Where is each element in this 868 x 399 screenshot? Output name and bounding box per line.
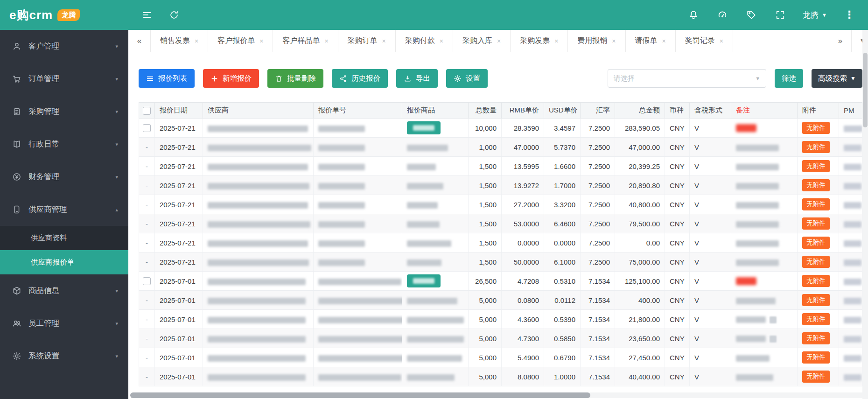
attachment-badge[interactable]: 无附件 xyxy=(802,351,830,364)
sidebar-toggle-icon[interactable] xyxy=(140,8,154,21)
tab[interactable]: 采购订单× xyxy=(338,30,396,52)
tabs-scroll-right-icon[interactable]: » xyxy=(829,30,851,52)
sidebar-item[interactable]: 采购管理▾ xyxy=(0,95,128,128)
tab[interactable]: 客户报价单× xyxy=(208,30,273,52)
tab-close-icon[interactable]: × xyxy=(259,37,263,45)
tab-close-icon[interactable]: × xyxy=(440,37,443,45)
vertical-scrollbar-thumb[interactable] xyxy=(863,53,868,127)
advanced-search-button[interactable]: 高级搜索 ▼ xyxy=(812,69,862,88)
tab-close-icon[interactable]: × xyxy=(497,37,501,45)
usd-price-cell: 0.5390 xyxy=(544,310,581,329)
select-all-checkbox[interactable] xyxy=(143,107,151,115)
tab-close-icon[interactable]: × xyxy=(554,37,558,45)
usd-price-cell: 5.7370 xyxy=(544,138,581,157)
supplier-cell xyxy=(203,329,314,348)
redacted-text xyxy=(318,259,365,266)
attachment-badge[interactable]: 无附件 xyxy=(802,237,830,249)
attachment-badge[interactable]: 无附件 xyxy=(802,122,830,134)
sidebar-item[interactable]: 员工管理▾ xyxy=(0,307,128,340)
rmb-price-cell: 0.0000 xyxy=(502,233,544,252)
user-menu[interactable]: 龙腾 ▼ xyxy=(803,10,827,21)
attachment-badge[interactable]: 无附件 xyxy=(802,332,830,344)
quote-number-cell xyxy=(314,176,402,195)
tax-form-cell: V xyxy=(690,252,731,272)
attachment-badge[interactable]: 无附件 xyxy=(802,294,830,306)
table-row: -2025-07-211,50050.00006.10007.250075,00… xyxy=(139,252,862,272)
attachment-badge[interactable]: 无附件 xyxy=(802,217,830,230)
tab[interactable]: 采购入库× xyxy=(453,30,511,52)
tab-close-icon[interactable]: × xyxy=(324,37,328,45)
horizontal-scrollbar-thumb[interactable] xyxy=(130,392,590,398)
sidebar-item[interactable]: 系统设置▾ xyxy=(0,340,128,372)
usd-price-cell: 1.6600 xyxy=(544,157,581,176)
attachment-badge[interactable]: 无附件 xyxy=(802,179,830,191)
note-file-icon xyxy=(770,336,777,343)
topbar-left xyxy=(128,0,181,30)
sidebar-submenu: 供应商资料供应商报价单 xyxy=(0,226,128,274)
more-menu-icon[interactable]: ⋮ xyxy=(843,8,856,21)
sidebar-item-label: 员工管理 xyxy=(28,318,59,329)
tab-close-icon[interactable]: × xyxy=(720,37,723,45)
row-select-cell: - xyxy=(139,214,155,233)
row-checkbox[interactable] xyxy=(143,124,151,132)
tab-close-icon[interactable]: × xyxy=(662,37,666,45)
attachment-badge[interactable]: 无附件 xyxy=(802,313,830,325)
exchange-rate-cell: 7.1534 xyxy=(581,291,615,310)
note-cell xyxy=(731,157,798,176)
vertical-scrollbar[interactable] xyxy=(862,30,868,399)
tab[interactable]: 采购发票× xyxy=(511,30,568,52)
tab[interactable]: 请假单× xyxy=(626,30,676,52)
usd-price-cell: 3.3200 xyxy=(544,195,581,214)
attachment-badge[interactable]: 无附件 xyxy=(802,198,830,210)
refresh-icon[interactable] xyxy=(168,8,181,21)
horizontal-scrollbar[interactable] xyxy=(130,392,868,398)
logo-text: e购crm xyxy=(9,7,53,23)
toolbar-button[interactable]: 设置 xyxy=(446,69,488,88)
total-amount-cell: 40,800.00 xyxy=(615,195,665,214)
logo-badge: 龙腾 xyxy=(57,9,80,21)
attachment-badge[interactable]: 无附件 xyxy=(802,371,830,383)
toolbar-button[interactable]: 新增报价 xyxy=(203,69,259,88)
quote-date-cell: 2025-07-21 xyxy=(155,119,203,138)
tabs-scroll-left-icon[interactable]: « xyxy=(128,30,151,52)
tab[interactable]: 销售发票× xyxy=(151,30,208,52)
quote-date-cell: 2025-07-01 xyxy=(155,272,203,291)
tab[interactable]: 奖罚记录× xyxy=(676,30,733,52)
toolbar-button[interactable]: 批量删除 xyxy=(267,69,323,88)
toolbar-button[interactable]: 报价列表 xyxy=(139,69,195,88)
row-select-cell: - xyxy=(139,176,155,195)
tab-close-icon[interactable]: × xyxy=(612,37,616,45)
sidebar-subitem[interactable]: 供应商报价单 xyxy=(0,250,128,274)
tab[interactable]: 费用报销× xyxy=(568,30,625,52)
tab-close-icon[interactable]: × xyxy=(195,37,198,45)
sidebar-item[interactable]: 订单管理▾ xyxy=(0,63,128,95)
dashboard-gauge-icon[interactable] xyxy=(716,8,729,21)
filter-button[interactable]: 筛选 xyxy=(775,69,803,88)
tag-icon[interactable] xyxy=(745,8,758,21)
sidebar-item[interactable]: 财务管理▾ xyxy=(0,161,128,193)
attachment-badge[interactable]: 无附件 xyxy=(802,141,830,153)
tab-close-icon[interactable]: × xyxy=(382,37,386,45)
notifications-bell-icon[interactable] xyxy=(687,8,700,21)
toolbar-button[interactable]: 导出 xyxy=(396,69,438,88)
fullscreen-icon[interactable] xyxy=(774,8,787,21)
attachment-badge[interactable]: 无附件 xyxy=(802,275,830,287)
filter-select[interactable]: 请选择 ▼ xyxy=(608,69,766,88)
logo[interactable]: e购crm 龙腾 xyxy=(0,0,128,30)
tab[interactable]: 客户样品单× xyxy=(273,30,338,52)
sidebar-item[interactable]: 客户管理▾ xyxy=(0,30,128,63)
toolbar-button[interactable]: 历史报价 xyxy=(332,69,388,88)
row-select-cell: - xyxy=(139,367,155,386)
sidebar-subitem[interactable]: 供应商资料 xyxy=(0,226,128,250)
tab[interactable]: 采购付款× xyxy=(396,30,453,52)
sidebar-item[interactable]: 商品信息▾ xyxy=(0,274,128,307)
rmb-price-cell: 4.3600 xyxy=(502,310,544,329)
sidebar-item[interactable]: 行政日常▾ xyxy=(0,128,128,161)
attachment-badge[interactable]: 无附件 xyxy=(802,160,830,172)
sidebar-item[interactable]: 供应商管理▴ xyxy=(0,193,128,226)
tab-label: 采购付款 xyxy=(405,36,435,46)
attachment-badge[interactable]: 无附件 xyxy=(802,256,830,268)
row-checkbox[interactable] xyxy=(143,277,151,285)
trash-icon xyxy=(275,75,283,83)
row-select-cell: - xyxy=(139,310,155,329)
